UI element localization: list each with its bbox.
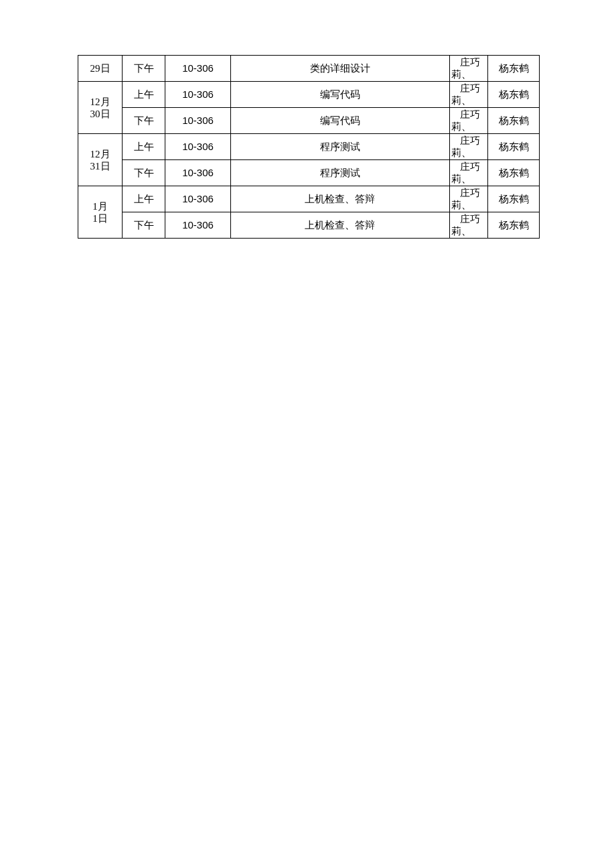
schedule-table: 29日 下午 10-306 类的详细设计 庄巧 莉、 杨东鹤 12月 30日 上… xyxy=(78,55,540,239)
table-row: 12月 31日 上午 10-306 程序测试 庄巧 莉、 杨东鹤 xyxy=(78,134,540,160)
cell-ampm: 下午 xyxy=(123,56,165,82)
cell-name2: 杨东鹤 xyxy=(488,56,540,82)
cell-room: 10-306 xyxy=(165,186,231,212)
table-row: 12月 30日 上午 10-306 编写代码 庄巧 莉、 杨东鹤 xyxy=(78,82,540,108)
cell-date-line1: 1月 xyxy=(92,201,108,212)
cell-name1-line2: 莉、 xyxy=(451,173,488,185)
cell-name1-line1: 庄巧 xyxy=(451,213,488,225)
cell-name1-line1: 庄巧 xyxy=(451,56,488,68)
cell-date: 1月 1日 xyxy=(78,186,123,239)
cell-room: 10-306 xyxy=(165,56,231,82)
cell-name1: 庄巧 莉、 xyxy=(449,212,488,239)
cell-name1: 庄巧 莉、 xyxy=(449,108,488,134)
table-row: 下午 10-306 上机检查、答辩 庄巧 莉、 杨东鹤 xyxy=(78,212,540,239)
cell-date-line1: 12月 xyxy=(90,149,110,159)
cell-name1-line2: 莉、 xyxy=(451,68,488,80)
cell-name2: 杨东鹤 xyxy=(488,134,540,160)
cell-name1-line2: 莉、 xyxy=(451,147,488,159)
cell-date-line2: 31日 xyxy=(90,161,110,172)
cell-task: 编写代码 xyxy=(230,108,449,134)
cell-date-line2: 1日 xyxy=(92,213,108,224)
cell-ampm: 下午 xyxy=(123,160,165,186)
cell-name1: 庄巧 莉、 xyxy=(449,82,488,108)
cell-name2: 杨东鹤 xyxy=(488,108,540,134)
cell-name2: 杨东鹤 xyxy=(488,160,540,186)
cell-ampm: 上午 xyxy=(123,134,165,160)
table-row: 下午 10-306 编写代码 庄巧 莉、 杨东鹤 xyxy=(78,108,540,134)
cell-name1-line2: 莉、 xyxy=(451,121,488,133)
cell-task: 上机检查、答辩 xyxy=(230,186,449,212)
cell-date: 12月 31日 xyxy=(78,134,123,186)
cell-name1-line1: 庄巧 xyxy=(451,187,488,199)
cell-name1-line2: 莉、 xyxy=(451,94,488,107)
cell-name1-line1: 庄巧 xyxy=(451,109,488,121)
cell-date: 12月 30日 xyxy=(78,82,123,134)
cell-date: 29日 xyxy=(78,56,123,82)
cell-ampm: 下午 xyxy=(123,108,165,134)
table-row: 29日 下午 10-306 类的详细设计 庄巧 莉、 杨东鹤 xyxy=(78,56,540,82)
cell-name1-line1: 庄巧 xyxy=(451,161,488,173)
table-row: 1月 1日 上午 10-306 上机检查、答辩 庄巧 莉、 杨东鹤 xyxy=(78,186,540,212)
cell-name2: 杨东鹤 xyxy=(488,82,540,108)
cell-task: 类的详细设计 xyxy=(230,56,449,82)
cell-name1: 庄巧 莉、 xyxy=(449,134,488,160)
cell-task: 上机检查、答辩 xyxy=(230,212,449,239)
cell-room: 10-306 xyxy=(165,108,231,134)
cell-name1: 庄巧 莉、 xyxy=(449,160,488,186)
cell-name1-line2: 莉、 xyxy=(451,199,488,211)
cell-date-line1: 12月 xyxy=(90,96,110,107)
cell-room: 10-306 xyxy=(165,134,231,160)
cell-ampm: 下午 xyxy=(123,212,165,239)
cell-name1-line2: 莉、 xyxy=(451,225,488,237)
cell-name2: 杨东鹤 xyxy=(488,186,540,212)
cell-room: 10-306 xyxy=(165,212,231,239)
cell-date-line2: 30日 xyxy=(90,109,110,119)
cell-task: 编写代码 xyxy=(230,82,449,108)
cell-name1: 庄巧 莉、 xyxy=(449,56,488,82)
cell-ampm: 上午 xyxy=(123,186,165,212)
cell-task: 程序测试 xyxy=(230,160,449,186)
cell-room: 10-306 xyxy=(165,82,231,108)
cell-task: 程序测试 xyxy=(230,134,449,160)
cell-room: 10-306 xyxy=(165,160,231,186)
cell-name2: 杨东鹤 xyxy=(488,212,540,239)
cell-name1: 庄巧 莉、 xyxy=(449,186,488,212)
cell-name1-line1: 庄巧 xyxy=(451,135,488,147)
cell-name1-line1: 庄巧 xyxy=(451,82,488,94)
cell-ampm: 上午 xyxy=(123,82,165,108)
table-row: 下午 10-306 程序测试 庄巧 莉、 杨东鹤 xyxy=(78,160,540,186)
